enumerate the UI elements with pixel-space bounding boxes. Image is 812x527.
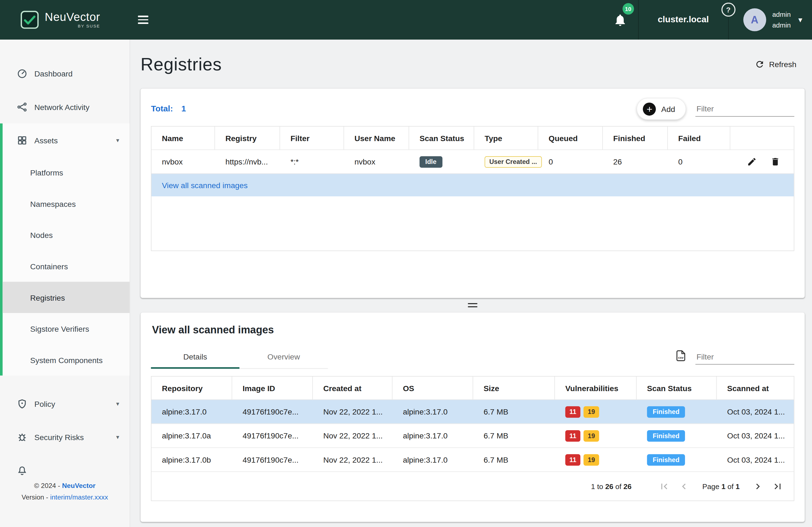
notifications-button[interactable]: 10 xyxy=(603,0,638,40)
column-header: Repository xyxy=(151,376,232,399)
page-text: Page xyxy=(702,482,721,490)
view-all-scanned-images-link[interactable]: View all scanned images xyxy=(162,181,248,189)
registry-filter: *:* xyxy=(280,157,344,166)
bug-icon xyxy=(17,431,28,443)
row-actions xyxy=(730,157,794,167)
high-vuln-badge: 11 xyxy=(565,454,580,465)
range-text: of xyxy=(613,482,623,490)
sidebar-item-nodes[interactable]: Nodes xyxy=(2,219,129,251)
copyright-text: © 2024 - xyxy=(34,482,62,489)
column-header: Queued xyxy=(538,127,603,149)
sidebar-item-label: Namespaces xyxy=(30,199,76,208)
help-button[interactable]: ? xyxy=(721,2,735,16)
scanned-at: Oct 03, 2024 1... xyxy=(716,455,794,464)
version-link[interactable]: interim/master.xxxx xyxy=(50,493,108,501)
version-text: Version - xyxy=(21,493,50,501)
scanned-at: Oct 03, 2024 1... xyxy=(716,431,794,440)
tab-details[interactable]: Details xyxy=(151,344,240,368)
image-id: 49176f190c7e... xyxy=(232,407,313,416)
refresh-label: Refresh xyxy=(769,60,796,69)
sidebar-item-label: Security Risks xyxy=(34,433,84,441)
total-count: Total: 1 xyxy=(151,104,186,114)
scan-status-cell: Idle xyxy=(409,156,474,168)
sidebar-item-label: System Components xyxy=(30,355,103,364)
medium-vuln-badge: 19 xyxy=(583,430,599,441)
sidebar-item-registries[interactable]: Registries xyxy=(2,282,129,313)
images-table-header: Repository Image ID Created at OS Size V… xyxy=(151,376,794,399)
total-label: Total: xyxy=(151,104,173,114)
image-row[interactable]: alpine:3.17.0b 49176f190c7e... Nov 22, 2… xyxy=(151,447,794,471)
copyright-line: © 2024 - NeuVector xyxy=(0,480,130,492)
table-empty-space xyxy=(151,196,794,251)
pagination-page: Page 1 of 1 xyxy=(702,482,740,490)
previous-page-button[interactable] xyxy=(678,481,690,492)
size: 6.7 MB xyxy=(473,431,555,440)
registries-table: Name Registry Filter User Name Scan Stat… xyxy=(151,126,794,251)
topbar-right: 10 cluster.local ? A admin admin ▼ xyxy=(603,0,812,40)
column-header-actions xyxy=(730,127,794,149)
registries-card: Total: 1 + Add Name Registry Filter User… xyxy=(141,88,804,298)
os: alpine:3.17.0 xyxy=(393,431,473,440)
export-csv-button[interactable]: csv xyxy=(675,349,687,364)
next-page-button[interactable] xyxy=(752,481,764,492)
medium-vuln-badge: 19 xyxy=(583,406,599,417)
image-row[interactable]: alpine:3.17.0 49176f190c7e... Nov 22, 20… xyxy=(151,399,794,423)
column-header: Name xyxy=(151,127,215,149)
pagination-range: 1 to 26 of 26 xyxy=(591,482,632,490)
refresh-button[interactable]: Refresh xyxy=(755,59,797,69)
sidebar-item-platforms[interactable]: Platforms xyxy=(2,157,129,188)
sidebar-item-sigstore-verifiers[interactable]: Sigstore Verifiers xyxy=(2,313,129,344)
notification-count-badge: 10 xyxy=(622,3,634,15)
neuvector-link[interactable]: NeuVector xyxy=(62,482,96,489)
sidebar-item-network-activity[interactable]: Network Activity xyxy=(0,90,130,124)
delete-icon[interactable] xyxy=(770,157,780,167)
total-value: 1 xyxy=(182,104,186,114)
created-at: Nov 22, 2022 1... xyxy=(313,455,393,464)
sidebar-item-dashboard[interactable]: Dashboard xyxy=(0,57,130,90)
brand-byline: BY SUSE xyxy=(78,24,100,29)
page-title: Registries xyxy=(141,54,222,74)
menu-toggle-button[interactable] xyxy=(138,14,148,26)
range-total: 26 xyxy=(623,482,632,490)
scan-status-cell: Finished xyxy=(637,430,717,441)
sidebar-item-policy[interactable]: Policy ▼ xyxy=(0,387,130,420)
registry-row[interactable]: nvbox https://nvb... *:* nvbox Idle User… xyxy=(151,149,794,173)
page-total: 1 xyxy=(736,482,740,490)
main-content: Registries Refresh Total: 1 + Add xyxy=(130,40,812,527)
sidebar-item-system-components[interactable]: System Components xyxy=(2,344,129,376)
column-header: Type xyxy=(474,127,538,149)
images-filter-input[interactable] xyxy=(695,349,794,365)
first-page-button[interactable] xyxy=(658,481,670,492)
sidebar-item-label: Nodes xyxy=(30,230,53,239)
registries-filter-input[interactable] xyxy=(695,101,794,117)
high-vuln-badge: 11 xyxy=(565,406,580,417)
sidebar-item-label: Network Activity xyxy=(34,102,89,111)
column-header: User Name xyxy=(344,127,409,149)
column-header: OS xyxy=(393,376,473,399)
avatar: A xyxy=(743,8,766,31)
sidebar-item-namespaces[interactable]: Namespaces xyxy=(2,188,129,219)
column-header: Scanned at xyxy=(716,376,794,399)
tab-overview[interactable]: Overview xyxy=(240,344,328,368)
last-page-button[interactable] xyxy=(772,481,783,492)
neuvector-logo-icon xyxy=(20,10,40,30)
column-header: Filter xyxy=(280,127,344,149)
finished-count: 26 xyxy=(603,157,668,166)
failed-count: 0 xyxy=(668,157,730,166)
image-row[interactable]: alpine:3.17.0a 49176f190c7e... Nov 22, 2… xyxy=(151,423,794,447)
brand: NeuVector BY SUSE xyxy=(0,10,130,30)
refresh-icon xyxy=(755,59,765,69)
scanned-images-title: View all scanned images xyxy=(151,319,794,344)
finished-status-badge: Finished xyxy=(647,454,685,465)
sidebar-item-assets[interactable]: Assets ▼ xyxy=(2,124,129,157)
sidebar-item-containers[interactable]: Containers xyxy=(2,251,129,282)
brand-text: NeuVector BY SUSE xyxy=(45,11,100,29)
pagination-controls: Page 1 of 1 xyxy=(658,481,783,492)
view-all-scanned-images-row[interactable]: View all scanned images xyxy=(151,173,794,196)
sidebar-item-security-risks[interactable]: Security Risks ▼ xyxy=(0,420,130,454)
sidebar-group-assets: Assets ▼ Platforms Namespaces Nodes Cont… xyxy=(0,124,130,376)
edit-icon[interactable] xyxy=(747,157,757,167)
split-drag-handle[interactable] xyxy=(141,298,804,312)
user-menu[interactable]: A admin admin ▼ xyxy=(728,0,812,40)
add-registry-button[interactable]: + Add xyxy=(637,98,686,120)
